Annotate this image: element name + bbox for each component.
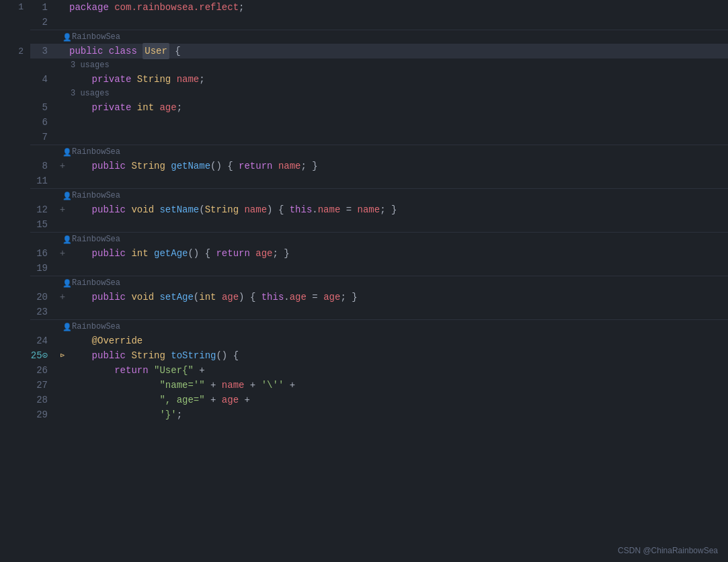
author-label-1: RainbowSea [72,32,120,42]
line-num-2: 2 [0,30,24,59]
author-rainbowsea-3: 👤 RainbowSea [30,189,728,202]
pkg-name: com.rainbowsea.reflect [114,0,239,15]
type-int-5: int [137,100,160,115]
fn-tostring: toString [171,348,216,363]
code-line-8: 8 + public String getName() { return nam… [30,159,728,173]
code-line-6: 6 [30,115,728,130]
author-rainbowsea-5: 👤 RainbowSea [30,276,728,290]
author-rainbowsea-4: 👤 RainbowSea [30,233,728,246]
author-rainbowsea-6: 👤 RainbowSea [30,320,728,333]
code-line-15: 15 [30,217,728,232]
code-line-12: 12 + public void setName(String name) { … [30,202,728,217]
code-line-4: 4 private String name; [30,72,728,87]
person-icon-1: 👤 [63,33,72,42]
code-line-27: 27 "name='" + name + '\'' + [30,378,728,393]
code-line-3: 3 public class User { [30,44,728,58]
str-name-eq: "name='" [159,378,204,393]
class-name-user: User [143,43,169,59]
kw-private-5: private [92,100,137,115]
str-close: '}' [159,407,176,422]
bookmark-icon-25: ⊳ [56,348,69,363]
kw-private-4: private [92,72,137,87]
line-num-1: 1 [0,0,24,15]
code-line-16: 16 + public int getAge() { return age; } [30,246,728,261]
code-line-19: 19 [30,261,728,276]
code-editor: 1 2 1 package com.rainbowsea.reflect; 2 … [0,0,728,562]
str-age-eq: ", age=" [159,393,204,407]
line-numbers: 1 2 [0,0,30,562]
code-line-11: 11 [30,173,728,188]
code-line-26: 26 return "User{" + [30,363,728,378]
kw-package: package [69,0,114,15]
field-age: age [159,100,176,115]
code-line-2: 2 [30,15,728,30]
hint-usages-age: 3 usages [30,87,728,100]
code-line-20: 20 + public void setAge(int age) { this.… [30,290,728,305]
fn-setname: setName [159,202,199,217]
fold-icon-12[interactable]: + [56,202,69,217]
str-user-open: "User{" [154,363,194,378]
fn-setage: setAge [159,290,193,305]
type-string-4: String [137,72,177,87]
ln-1: 1 [30,0,56,15]
code-line-24: 24 @Override [30,333,728,348]
code-line-25: 25⊙ ⊳ public String toString() { [30,348,728,363]
hint-usages-name: 3 usages [30,58,728,72]
kw-public-3: public [69,44,109,58]
fn-getname: getName [171,159,210,173]
field-name: name [177,72,200,87]
code-line-28: 28 ", age=" + age + [30,393,728,407]
kw-class: class [109,44,143,58]
code-line-1: 1 package com.rainbowsea.reflect; [30,0,728,15]
fold-icon-20[interactable]: + [56,290,69,305]
fold-icon-8[interactable]: + [56,159,69,173]
watermark: CSDN @ChinaRainbowSea [618,546,718,555]
fold-icon-16[interactable]: + [56,246,69,261]
author-rainbowsea-2: 👤 RainbowSea [30,145,728,159]
code-line-5: 5 private int age; [30,100,728,115]
arrow-marker-25: 25⊙ [30,348,56,363]
fn-getage: getAge [154,246,188,261]
annotation-override: @Override [92,333,143,348]
author-rainbowsea-1: 👤 RainbowSea [30,30,728,44]
code-line-7: 7 [30,130,728,145]
code-line-29: 29 '}'; [30,407,728,422]
code-line-23: 23 [30,305,728,319]
code-content: 1 2 1 package com.rainbowsea.reflect; 2 … [0,0,728,562]
